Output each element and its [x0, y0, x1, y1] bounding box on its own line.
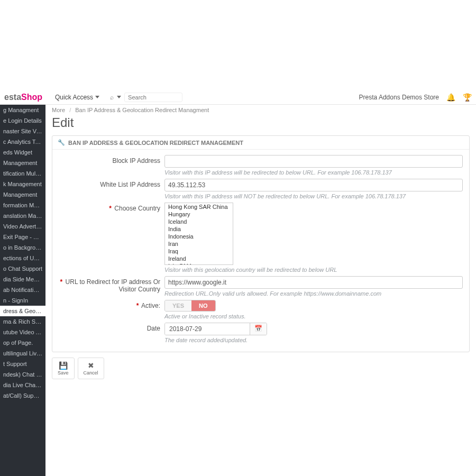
- help-text: Visitor with this IP address will NOT be…: [164, 193, 463, 199]
- help-text: Visitor with this IP address will be red…: [164, 169, 463, 176]
- cancel-button[interactable]: ✖ Cancel: [78, 358, 104, 379]
- search-icon[interactable]: ⌕: [110, 94, 114, 101]
- block-ip-input[interactable]: [164, 155, 463, 168]
- chevron-down-icon[interactable]: [117, 96, 121, 98]
- help-text: The date record added/updated.: [164, 337, 463, 343]
- help-text: Active or Inactive record status.: [164, 313, 463, 319]
- chevron-down-icon: [95, 96, 99, 98]
- sidebar-item[interactable]: formation Manage…: [0, 200, 45, 210]
- sidebar-item[interactable]: at/Call) Support: [0, 390, 45, 401]
- sidebar: g Managment e Login Details naster Site …: [0, 105, 45, 476]
- toggle-no[interactable]: NO: [191, 300, 215, 311]
- breadcrumb: More / Ban IP Address & Geolocation Redi…: [52, 107, 470, 113]
- sidebar-item[interactable]: ultilingual Live Chat…: [0, 348, 45, 359]
- field-label: Block IP Address: [59, 155, 164, 164]
- country-option[interactable]: Iran: [165, 240, 233, 248]
- save-icon: 💾: [59, 361, 68, 370]
- logo-text: esta: [4, 93, 21, 102]
- country-option[interactable]: Indonesia: [165, 233, 233, 240]
- field-label: * URL to Redirect for IP address Or Visi…: [59, 276, 164, 293]
- breadcrumb-separator: /: [69, 107, 71, 113]
- sidebar-item[interactable]: t Support: [0, 359, 45, 369]
- sidebar-item[interactable]: eds Widget: [0, 147, 45, 158]
- sidebar-item[interactable]: g Managment: [0, 105, 45, 115]
- bell-icon[interactable]: 🔔: [446, 93, 455, 102]
- sidebar-item[interactable]: dia Side Menu Links: [0, 274, 45, 285]
- required-marker: *: [60, 278, 63, 286]
- country-listbox[interactable]: Hong Kong SAR China Hungary Iceland Indi…: [164, 203, 233, 265]
- panel-heading: 🔧 BAN IP ADDRESS & GEOLOCATION REDIRECT …: [52, 136, 469, 150]
- calendar-icon[interactable]: 📅: [250, 323, 267, 335]
- breadcrumb-item[interactable]: More: [52, 107, 65, 113]
- country-option[interactable]: Iraq: [165, 248, 233, 255]
- quick-access-menu[interactable]: Quick Access: [52, 94, 103, 101]
- sidebar-item[interactable]: naster Site Verification: [0, 126, 45, 136]
- page-title: Edit: [52, 115, 470, 130]
- logo: estaShop: [4, 93, 52, 102]
- wrench-icon: 🔧: [58, 139, 65, 146]
- sidebar-item[interactable]: e Login Details: [0, 115, 45, 126]
- save-label: Save: [58, 370, 69, 376]
- field-label: * Choose Country: [59, 203, 164, 212]
- cancel-label: Cancel: [84, 370, 98, 376]
- country-option[interactable]: Hong Kong SAR China: [165, 203, 233, 210]
- help-text: Redirection URL.Only valid urls allowed.…: [164, 290, 463, 297]
- sidebar-item[interactable]: ma & Rich Snippet: [0, 316, 45, 327]
- help-text: Visitor with this geolocation country wi…: [164, 267, 463, 273]
- sidebar-item[interactable]: anslation Manage…: [0, 210, 45, 221]
- store-name[interactable]: Presta Addons Demos Store: [359, 94, 439, 101]
- redirect-url-input[interactable]: [164, 276, 463, 289]
- sidebar-item[interactable]: n - SignIn: [0, 295, 45, 306]
- sidebar-item[interactable]: Management: [0, 189, 45, 200]
- sidebar-item-active[interactable]: dress & Geolocation…: [0, 306, 45, 316]
- sidebar-item[interactable]: dia Live Chat Support: [0, 380, 45, 390]
- country-option[interactable]: India: [165, 225, 233, 233]
- trophy-icon[interactable]: 🏆: [463, 93, 472, 102]
- form-panel: 🔧 BAN IP ADDRESS & GEOLOCATION REDIRECT …: [52, 135, 470, 352]
- sidebar-item[interactable]: c Analytics Tool: [0, 136, 45, 147]
- sidebar-item[interactable]: op of Page.: [0, 337, 45, 348]
- field-label: * Active:: [59, 300, 164, 309]
- sidebar-item[interactable]: o in Background: [0, 242, 45, 253]
- field-label: White List IP Address: [59, 179, 164, 188]
- whitelist-ip-input[interactable]: [164, 179, 463, 191]
- sidebar-item[interactable]: Management: [0, 158, 45, 168]
- sidebar-item[interactable]: ndesk) Chat Support: [0, 369, 45, 380]
- panel-title: BAN IP ADDRESS & GEOLOCATION REDIRECT MA…: [68, 140, 243, 146]
- sidebar-item[interactable]: utube Video Ads: [0, 327, 45, 337]
- sidebar-item[interactable]: tification Multilingual: [0, 168, 45, 179]
- sidebar-item[interactable]: k Management: [0, 179, 45, 189]
- country-option[interactable]: Isle Of Man: [165, 262, 233, 265]
- save-button[interactable]: 💾 Save: [52, 358, 75, 379]
- sidebar-item[interactable]: ab Notifications: [0, 285, 45, 295]
- date-input[interactable]: [165, 323, 250, 335]
- sidebar-item[interactable]: o Chat Support: [0, 263, 45, 274]
- active-toggle[interactable]: YES NO: [164, 300, 216, 312]
- close-icon: ✖: [88, 361, 94, 370]
- required-marker: *: [109, 205, 112, 212]
- sidebar-item[interactable]: Video Advertisement: [0, 221, 45, 232]
- country-option[interactable]: Ireland: [165, 255, 233, 262]
- sidebar-item[interactable]: Exit Page - On Brow…: [0, 232, 45, 242]
- required-marker: *: [136, 302, 139, 309]
- toggle-yes[interactable]: YES: [165, 300, 191, 311]
- logo-accent: Shop: [21, 93, 42, 102]
- search-input[interactable]: [124, 93, 182, 102]
- field-label: Date: [59, 323, 164, 332]
- quick-access-label: Quick Access: [55, 94, 93, 101]
- country-option[interactable]: Iceland: [165, 218, 233, 225]
- sidebar-item[interactable]: ections of URLS: [0, 253, 45, 263]
- country-option[interactable]: Hungary: [165, 210, 233, 218]
- breadcrumb-item[interactable]: Ban IP Address & Geolocation Redirect Ma…: [75, 107, 209, 113]
